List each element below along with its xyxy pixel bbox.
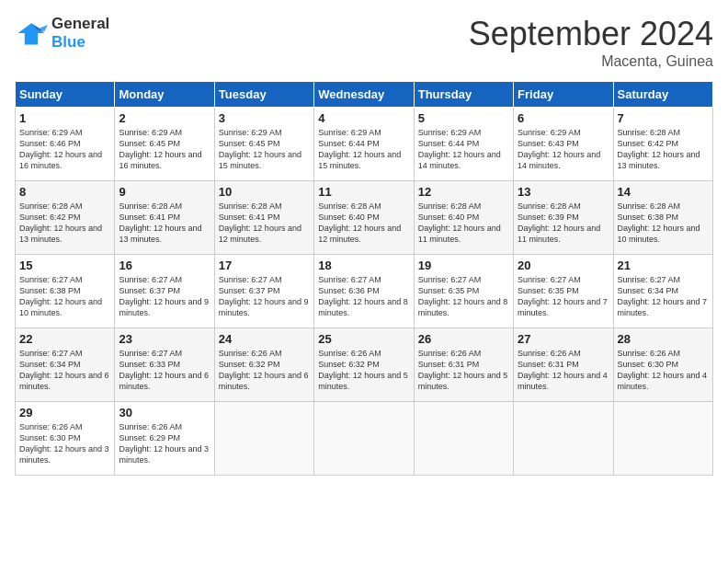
day-info: Sunrise: 6:29 AM Sunset: 6:45 PM Dayligh… xyxy=(119,127,210,172)
day-info: Sunrise: 6:27 AM Sunset: 6:34 PM Dayligh… xyxy=(19,348,110,393)
day-info: Sunrise: 6:26 AM Sunset: 6:30 PM Dayligh… xyxy=(19,421,110,466)
day-number: 2 xyxy=(119,111,210,125)
day-number: 28 xyxy=(618,332,709,346)
day-info: Sunrise: 6:27 AM Sunset: 6:38 PM Dayligh… xyxy=(19,274,110,319)
weekday-header-wednesday: Wednesday xyxy=(314,82,414,108)
day-info: Sunrise: 6:29 AM Sunset: 6:46 PM Dayligh… xyxy=(19,127,110,172)
week-row-0: 1 Sunrise: 6:29 AM Sunset: 6:46 PM Dayli… xyxy=(16,108,713,181)
day-number: 24 xyxy=(219,332,310,346)
day-cell: 18 Sunrise: 6:27 AM Sunset: 6:36 PM Dayl… xyxy=(314,255,414,328)
day-info: Sunrise: 6:26 AM Sunset: 6:32 PM Dayligh… xyxy=(318,348,409,393)
day-info: Sunrise: 6:28 AM Sunset: 6:40 PM Dayligh… xyxy=(318,201,409,246)
day-cell: 8 Sunrise: 6:28 AM Sunset: 6:42 PM Dayli… xyxy=(16,181,115,255)
day-cell: 13 Sunrise: 6:28 AM Sunset: 6:39 PM Dayl… xyxy=(514,181,613,255)
header: General Blue September 2024 Macenta, Gui… xyxy=(15,15,713,70)
week-row-2: 15 Sunrise: 6:27 AM Sunset: 6:38 PM Dayl… xyxy=(16,255,713,328)
day-info: Sunrise: 6:27 AM Sunset: 6:37 PM Dayligh… xyxy=(119,274,210,319)
day-cell: 12 Sunrise: 6:28 AM Sunset: 6:40 PM Dayl… xyxy=(414,181,513,255)
day-cell: 25 Sunrise: 6:26 AM Sunset: 6:32 PM Dayl… xyxy=(314,328,414,402)
day-cell: 19 Sunrise: 6:27 AM Sunset: 6:35 PM Dayl… xyxy=(414,255,513,328)
day-cell: 20 Sunrise: 6:27 AM Sunset: 6:35 PM Dayl… xyxy=(514,255,613,328)
day-info: Sunrise: 6:28 AM Sunset: 6:40 PM Dayligh… xyxy=(418,201,509,246)
day-number: 21 xyxy=(618,259,709,272)
day-number: 4 xyxy=(318,111,409,125)
day-info: Sunrise: 6:26 AM Sunset: 6:31 PM Dayligh… xyxy=(518,348,609,393)
day-number: 14 xyxy=(618,185,709,199)
week-row-4: 29 Sunrise: 6:26 AM Sunset: 6:30 PM Dayl… xyxy=(16,402,713,476)
day-number: 18 xyxy=(318,259,409,272)
logo-icon xyxy=(15,17,48,50)
day-cell: 28 Sunrise: 6:26 AM Sunset: 6:30 PM Dayl… xyxy=(613,328,712,402)
day-cell: 16 Sunrise: 6:27 AM Sunset: 6:37 PM Dayl… xyxy=(115,255,214,328)
day-cell: 27 Sunrise: 6:26 AM Sunset: 6:31 PM Dayl… xyxy=(514,328,613,402)
day-cell: 2 Sunrise: 6:29 AM Sunset: 6:45 PM Dayli… xyxy=(115,108,214,181)
day-info: Sunrise: 6:26 AM Sunset: 6:29 PM Dayligh… xyxy=(119,421,210,466)
day-number: 5 xyxy=(418,111,509,125)
month-title: September 2024 xyxy=(469,15,713,53)
day-cell: 24 Sunrise: 6:26 AM Sunset: 6:32 PM Dayl… xyxy=(214,328,313,402)
day-cell: 26 Sunrise: 6:26 AM Sunset: 6:31 PM Dayl… xyxy=(414,328,513,402)
day-info: Sunrise: 6:28 AM Sunset: 6:42 PM Dayligh… xyxy=(19,201,110,246)
day-cell: 14 Sunrise: 6:28 AM Sunset: 6:38 PM Dayl… xyxy=(613,181,712,255)
day-number: 23 xyxy=(119,332,210,346)
day-info: Sunrise: 6:27 AM Sunset: 6:37 PM Dayligh… xyxy=(219,274,310,319)
day-cell: 11 Sunrise: 6:28 AM Sunset: 6:40 PM Dayl… xyxy=(314,181,414,255)
day-number: 1 xyxy=(19,111,110,125)
weekday-header-tuesday: Tuesday xyxy=(214,82,313,108)
day-cell: 23 Sunrise: 6:27 AM Sunset: 6:33 PM Dayl… xyxy=(115,328,214,402)
day-cell: 3 Sunrise: 6:29 AM Sunset: 6:45 PM Dayli… xyxy=(214,108,313,181)
day-info: Sunrise: 6:29 AM Sunset: 6:43 PM Dayligh… xyxy=(518,127,609,172)
day-cell: 9 Sunrise: 6:28 AM Sunset: 6:41 PM Dayli… xyxy=(115,181,214,255)
day-number: 26 xyxy=(418,332,509,346)
day-cell: 22 Sunrise: 6:27 AM Sunset: 6:34 PM Dayl… xyxy=(16,328,115,402)
weekday-header-friday: Friday xyxy=(514,82,613,108)
day-cell: 7 Sunrise: 6:28 AM Sunset: 6:42 PM Dayli… xyxy=(613,108,712,181)
logo: General Blue xyxy=(15,15,109,52)
day-number: 8 xyxy=(19,185,110,199)
day-number: 20 xyxy=(518,259,609,272)
day-number: 27 xyxy=(518,332,609,346)
day-number: 12 xyxy=(418,185,509,199)
day-cell: 29 Sunrise: 6:26 AM Sunset: 6:30 PM Dayl… xyxy=(16,402,115,476)
day-cell: 5 Sunrise: 6:29 AM Sunset: 6:44 PM Dayli… xyxy=(414,108,513,181)
day-info: Sunrise: 6:29 AM Sunset: 6:44 PM Dayligh… xyxy=(318,127,409,172)
week-row-3: 22 Sunrise: 6:27 AM Sunset: 6:34 PM Dayl… xyxy=(16,328,713,402)
day-cell xyxy=(514,402,613,476)
day-number: 6 xyxy=(518,111,609,125)
day-number: 11 xyxy=(318,185,409,199)
location-subtitle: Macenta, Guinea xyxy=(469,53,713,70)
day-cell: 21 Sunrise: 6:27 AM Sunset: 6:34 PM Dayl… xyxy=(613,255,712,328)
day-cell: 1 Sunrise: 6:29 AM Sunset: 6:46 PM Dayli… xyxy=(16,108,115,181)
day-cell: 6 Sunrise: 6:29 AM Sunset: 6:43 PM Dayli… xyxy=(514,108,613,181)
day-number: 7 xyxy=(618,111,709,125)
day-number: 19 xyxy=(418,259,509,272)
day-info: Sunrise: 6:27 AM Sunset: 6:36 PM Dayligh… xyxy=(318,274,409,319)
day-number: 10 xyxy=(219,185,310,199)
day-info: Sunrise: 6:29 AM Sunset: 6:45 PM Dayligh… xyxy=(219,127,310,172)
day-number: 9 xyxy=(119,185,210,199)
day-cell: 10 Sunrise: 6:28 AM Sunset: 6:41 PM Dayl… xyxy=(214,181,313,255)
weekday-header-thursday: Thursday xyxy=(414,82,513,108)
day-info: Sunrise: 6:27 AM Sunset: 6:33 PM Dayligh… xyxy=(119,348,210,393)
day-number: 22 xyxy=(19,332,110,346)
weekday-header-monday: Monday xyxy=(115,82,214,108)
day-info: Sunrise: 6:28 AM Sunset: 6:38 PM Dayligh… xyxy=(618,201,709,246)
day-info: Sunrise: 6:29 AM Sunset: 6:44 PM Dayligh… xyxy=(418,127,509,172)
day-number: 13 xyxy=(518,185,609,199)
svg-marker-0 xyxy=(18,24,45,45)
weekday-header-saturday: Saturday xyxy=(613,82,712,108)
day-number: 30 xyxy=(119,406,210,419)
day-info: Sunrise: 6:27 AM Sunset: 6:34 PM Dayligh… xyxy=(618,274,709,319)
title-area: September 2024 Macenta, Guinea xyxy=(469,15,713,70)
day-info: Sunrise: 6:28 AM Sunset: 6:39 PM Dayligh… xyxy=(518,201,609,246)
day-cell xyxy=(414,402,513,476)
day-info: Sunrise: 6:26 AM Sunset: 6:31 PM Dayligh… xyxy=(418,348,509,393)
day-cell: 4 Sunrise: 6:29 AM Sunset: 6:44 PM Dayli… xyxy=(314,108,414,181)
day-info: Sunrise: 6:26 AM Sunset: 6:32 PM Dayligh… xyxy=(219,348,310,393)
day-info: Sunrise: 6:27 AM Sunset: 6:35 PM Dayligh… xyxy=(518,274,609,319)
day-info: Sunrise: 6:28 AM Sunset: 6:42 PM Dayligh… xyxy=(618,127,709,172)
day-info: Sunrise: 6:28 AM Sunset: 6:41 PM Dayligh… xyxy=(219,201,310,246)
day-cell: 15 Sunrise: 6:27 AM Sunset: 6:38 PM Dayl… xyxy=(16,255,115,328)
weekday-header-sunday: Sunday xyxy=(16,82,115,108)
day-cell: 17 Sunrise: 6:27 AM Sunset: 6:37 PM Dayl… xyxy=(214,255,313,328)
